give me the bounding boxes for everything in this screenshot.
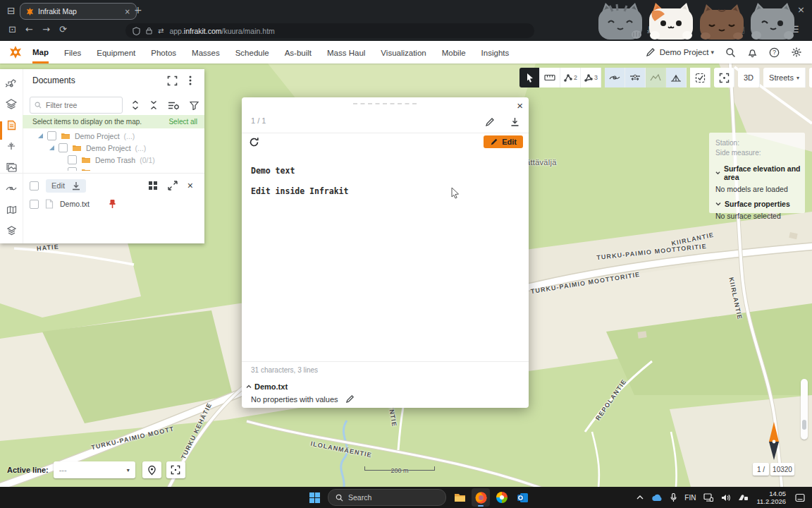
grid-view-icon[interactable] (148, 181, 158, 190)
cross-section-tool-button[interactable] (605, 68, 625, 87)
tree-row[interactable]: Demo Project (...) (23, 130, 204, 142)
file-checkbox[interactable] (30, 200, 39, 209)
zoom-slider-thumb[interactable] (802, 420, 806, 430)
measure-line-tool-button[interactable]: 2 (560, 68, 581, 87)
models-strip-icon[interactable] (0, 220, 23, 241)
properties-header[interactable]: Demo.txt (246, 382, 288, 391)
tab-close-icon[interactable]: × (125, 8, 130, 16)
profile-tool-button[interactable] (646, 68, 666, 87)
annotate-pencil-icon[interactable] (485, 117, 495, 127)
measure-area-tool-button[interactable]: 3 (581, 68, 601, 87)
documents-strip-icon[interactable] (0, 114, 23, 135)
outlook-icon[interactable] (514, 488, 532, 507)
tree-checkbox[interactable] (47, 131, 56, 140)
tree-checkbox[interactable] (68, 155, 77, 164)
photos-strip-icon[interactable] (0, 157, 23, 178)
tree-row[interactable]: Demo Trash (0/1) (23, 154, 204, 166)
new-tab-button[interactable]: + (134, 4, 142, 16)
tree-checkbox[interactable] (68, 167, 77, 171)
lock-icon[interactable] (146, 27, 152, 35)
tree-row[interactable] (23, 166, 204, 171)
help-icon[interactable]: ? (769, 47, 780, 58)
office-icon[interactable] (493, 488, 511, 507)
filter-tree-input[interactable] (44, 100, 118, 110)
filter-tree-field[interactable] (30, 97, 123, 114)
road-width-tool-button[interactable] (625, 68, 646, 87)
tree-row[interactable]: Demo Project (...) (23, 142, 204, 154)
pin-icon[interactable] (109, 199, 116, 209)
taskbar-search[interactable]: Search (328, 489, 446, 506)
basemap-selector[interactable]: Streets ▾ (763, 68, 806, 87)
select-checkbox[interactable] (30, 181, 39, 190)
surface-elevation-section-header[interactable]: Surface elevation and area (715, 164, 805, 181)
network-icon[interactable] (703, 493, 713, 502)
refresh-icon[interactable] (249, 137, 259, 147)
active-line-select[interactable]: --- ▾ (54, 461, 135, 478)
firefox-icon[interactable] (472, 488, 490, 507)
scale-ratio-value[interactable]: 10320 (770, 463, 794, 476)
earbuds-icon[interactable] (738, 494, 749, 501)
sidebar-toggle-icon[interactable]: ⊡ (8, 24, 16, 35)
file-explorer-icon[interactable] (450, 488, 469, 507)
surface-properties-section-header[interactable]: Surface properties (715, 200, 805, 208)
address-bar[interactable]: ⇄ app.infrakit.com/kuura/main.htm (125, 23, 534, 38)
nav-item-insights[interactable]: Insights (481, 42, 510, 62)
pointer-tool-button[interactable] (519, 68, 540, 87)
taskbar-clock[interactable]: 14.05 11.2.2026 (756, 490, 786, 505)
start-button[interactable] (305, 488, 324, 507)
notifications-bell-icon[interactable] (747, 47, 758, 58)
tree-expander-icon[interactable] (49, 145, 54, 150)
settings-gear-icon[interactable] (791, 47, 802, 58)
modal-close-icon[interactable]: × (517, 99, 523, 111)
nav-item-files[interactable]: Files (64, 42, 81, 62)
tray-expand-icon[interactable] (636, 495, 644, 500)
list-settings-icon[interactable] (168, 101, 179, 110)
edit-document-button[interactable]: Edit (484, 135, 523, 148)
select-area-button[interactable] (690, 68, 710, 87)
tree-expander-icon[interactable] (38, 133, 43, 138)
nav-item-masses[interactable]: Masses (192, 42, 220, 62)
tree-checkbox[interactable] (59, 143, 68, 152)
equipment-strip-icon[interactable] (0, 72, 23, 93)
long-section-tool-button[interactable] (666, 68, 687, 87)
microphone-icon[interactable] (670, 493, 677, 502)
language-indicator[interactable]: FIN (684, 494, 696, 502)
nav-item-masshaul[interactable]: Mass Haul (327, 42, 365, 62)
nav-item-photos[interactable]: Photos (151, 42, 176, 62)
download-document-icon[interactable] (510, 117, 519, 127)
filter-funnel-icon[interactable] (190, 101, 199, 110)
map-more-button[interactable] (809, 68, 812, 87)
back-icon[interactable]: ← (25, 24, 33, 35)
expand-diagonal-icon[interactable] (168, 181, 178, 190)
infrakit-logo[interactable] (8, 45, 23, 59)
3d-toggle-button[interactable]: 3D (738, 68, 760, 87)
project-caret-icon[interactable]: ▾ (710, 49, 714, 56)
drag-handle[interactable] (353, 103, 417, 104)
map-zoom-slider[interactable] (801, 379, 808, 440)
url-text[interactable]: app.infrakit.com/kuura/main.htm (169, 27, 274, 35)
expand-all-icon[interactable] (132, 100, 139, 110)
select-all-link[interactable]: Select all (168, 118, 197, 126)
permissions-icon[interactable]: ⇄ (158, 27, 164, 35)
project-selector[interactable]: Demo Project (660, 48, 709, 56)
tab-list-icon[interactable]: ⊟ (7, 5, 16, 16)
compass-needle[interactable] (767, 421, 781, 461)
alignment-strip-icon[interactable] (0, 178, 23, 199)
window-close-icon[interactable]: × (797, 4, 805, 15)
speaker-icon[interactable] (721, 494, 730, 502)
forward-icon[interactable]: → (42, 24, 50, 35)
document-file-row[interactable]: Demo.txt (30, 196, 199, 212)
nav-item-visualization[interactable]: Visualization (381, 42, 426, 62)
edit-button[interactable]: Edit (51, 181, 65, 190)
download-icon[interactable] (72, 181, 80, 190)
close-selection-icon[interactable]: × (187, 180, 193, 191)
onedrive-icon[interactable] (651, 494, 663, 502)
nav-item-equipment[interactable]: Equipment (97, 42, 135, 62)
ruler-tool-button[interactable] (540, 68, 560, 87)
fit-extent-button[interactable] (166, 461, 185, 478)
map-sheets-strip-icon[interactable] (0, 199, 23, 220)
reload-icon[interactable]: ⟳ (59, 24, 67, 35)
browser-tab[interactable]: Infrakit Map × (20, 3, 137, 20)
panel-expand-icon[interactable] (167, 75, 178, 86)
nav-item-schedule[interactable]: Schedule (235, 42, 269, 62)
